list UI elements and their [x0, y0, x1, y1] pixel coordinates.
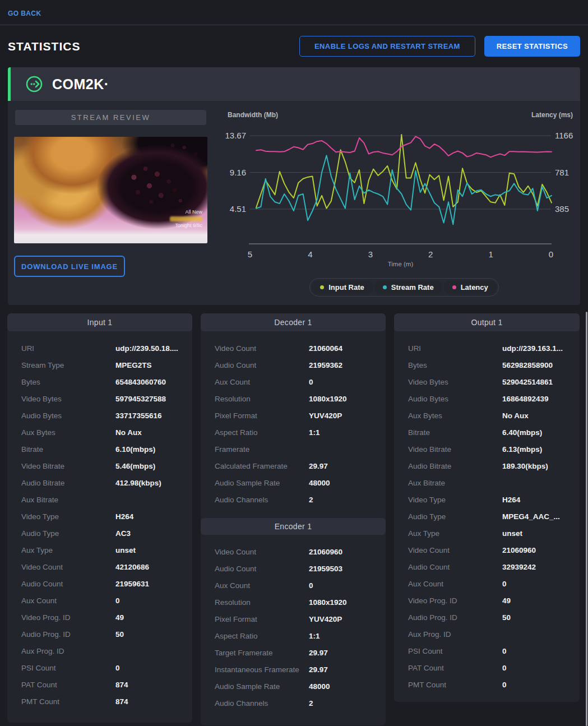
stream-review-section: STREAM REVIEW All New Tonight 9/8c DOWNL…: [14, 110, 207, 297]
stat-value: 654843060760: [115, 378, 166, 386]
stat-row: Audio TypeAC3: [21, 525, 182, 542]
stat-value: 529042514861: [502, 378, 553, 386]
stat-row: Aux Bitrate: [21, 491, 182, 508]
stat-value: No Aux: [502, 411, 529, 420]
stat-label: Aux Bitrate: [408, 479, 502, 487]
stat-row: Audio Count21959503: [215, 560, 376, 577]
stat-row: Aux Typeunset: [408, 525, 570, 542]
stat-label: Aux Count: [408, 580, 502, 588]
stat-row: Audio Count32939242: [408, 558, 570, 575]
overlay-line-1: All New: [170, 209, 202, 215]
stat-label: URl: [408, 344, 502, 353]
svg-text:13.67: 13.67: [225, 131, 246, 140]
stat-value: 0: [309, 581, 313, 590]
stat-label: Pixel Format: [215, 615, 309, 623]
stat-value: H264: [115, 512, 133, 521]
chart-legend: Input RateStream RateLatency: [222, 278, 586, 297]
stat-row: Aux Count0: [408, 575, 570, 592]
stat-value: 21060960: [502, 546, 536, 554]
stat-row: Audio Prog. ID50: [408, 609, 570, 626]
card-title: Output 1: [394, 313, 580, 331]
channel-panel: COM2K· STREAM REVIEW All New Tonight 9/8…: [8, 67, 580, 305]
image-overlay-text: All New Tonight 9/8c: [170, 209, 202, 229]
download-live-image-button[interactable]: DOWNLOAD LIVE IMAGE: [14, 256, 125, 277]
svg-text:0: 0: [549, 249, 553, 259]
stat-label: Video Prog. ID: [21, 613, 115, 622]
svg-text:9.16: 9.16: [230, 168, 246, 177]
stat-value: 0: [115, 664, 120, 672]
stat-row: PAT Count0: [408, 659, 570, 676]
stat-value: 5.46(mbps): [115, 462, 155, 470]
svg-text:5: 5: [248, 249, 252, 259]
stats-cards: Input 1URludp://239.50.18....Stream Type…: [7, 313, 581, 725]
stat-label: Video Count: [408, 546, 502, 554]
scrollbar-thumb[interactable]: [586, 312, 587, 726]
stat-row: Aux BytesNo Aux: [21, 424, 182, 441]
stat-label: Audio Type: [21, 529, 115, 538]
stat-label: Aux Prog. ID: [408, 630, 502, 639]
stat-label: Audio Count: [215, 361, 309, 369]
stat-label: Audio Bitrate: [21, 479, 115, 487]
top-bar: GO BACK: [0, 0, 588, 25]
svg-text:4.51: 4.51: [230, 204, 246, 214]
overlay-line-2: Tonight 9/8c: [170, 223, 202, 229]
stat-value: 21060064: [309, 344, 342, 353]
stat-value: 32939242: [502, 563, 536, 571]
card-title: Encoder 1: [201, 518, 386, 535]
stat-row: Aux Count0: [215, 373, 376, 390]
stat-row: Audio TypeMPEG4_AAC_...: [408, 508, 570, 525]
stat-row: Video Count21060960: [408, 542, 570, 558]
card-body: URludp://239.163.1...Bytes562982858900Vi…: [394, 331, 580, 693]
stat-row: Audio Bitrate189.30(kbps): [408, 457, 570, 474]
stat-label: Resolution: [215, 395, 309, 403]
card-title: Input 1: [7, 313, 192, 331]
stat-label: Aux Bytes: [408, 411, 502, 420]
stat-value: 16864892439: [502, 395, 549, 403]
stat-row: URludp://239.50.18....: [21, 340, 182, 357]
stat-row: Video Count21060064: [215, 340, 376, 357]
stat-label: Target Framerate: [215, 649, 309, 657]
stat-row: Audio Channels2: [215, 491, 376, 508]
svg-text:Time (m): Time (m): [388, 261, 414, 267]
stat-value: 21959631: [115, 580, 149, 588]
legend-item-stream-rate[interactable]: Stream Rate: [374, 280, 442, 294]
page-title: STATISTICS: [8, 40, 80, 53]
latency-axis-label: Latency (ms): [531, 111, 573, 119]
stat-row: Aux Typeunset: [21, 542, 182, 558]
svg-text:2: 2: [428, 249, 433, 259]
stat-label: Audio Sample Rate: [215, 682, 309, 691]
stat-value: No Aux: [115, 428, 142, 437]
stat-label: Aux Type: [21, 546, 115, 554]
legend-item-input-rate[interactable]: Input Rate: [312, 280, 373, 294]
stat-value: 33717355616: [115, 411, 162, 420]
stat-row: URludp://239.163.1...: [408, 340, 570, 357]
stat-value: 6.40(mbps): [502, 428, 542, 437]
stat-row: PAT Count874: [21, 676, 182, 693]
stat-value: 21959503: [309, 565, 342, 573]
stats-card: Output 1URludp://239.163.1...Bytes562982…: [394, 313, 580, 702]
stat-label: PSI Count: [21, 664, 115, 672]
stream-signal-icon: [25, 75, 43, 93]
stat-row: Aux Prog. ID: [21, 642, 182, 659]
stat-value: 0: [502, 664, 507, 672]
stat-row: Video Count21060960: [215, 543, 376, 560]
stat-row: PMT Count0: [408, 676, 570, 693]
reset-statistics-button[interactable]: RESET STATISTICS: [484, 36, 580, 57]
title-row: STATISTICS ENABLE LOGS AND RESTART STREA…: [8, 36, 580, 57]
stat-label: Video Type: [408, 496, 502, 504]
stat-label: Audio Prog. ID: [408, 613, 502, 622]
stat-label: Bitrate: [21, 445, 115, 454]
stat-row: Aux Count0: [21, 592, 182, 609]
card-body: Video Count21060960Audio Count21959503Au…: [201, 535, 386, 711]
stat-value: 562982858900: [502, 361, 553, 369]
legend-item-latency[interactable]: Latency: [444, 280, 497, 294]
stat-label: PSI Count: [408, 647, 502, 655]
stat-value: 0: [502, 647, 507, 655]
card-title: Decoder 1: [201, 313, 386, 331]
axis-titles: Bandwidth (Mb) Latency (ms): [222, 111, 586, 119]
card-body: URludp://239.50.18....Stream TypeMPEG2TS…: [7, 331, 192, 710]
go-back-link[interactable]: GO BACK: [8, 10, 41, 17]
enable-logs-restart-button[interactable]: ENABLE LOGS AND RESTART STREAM: [299, 36, 475, 57]
stat-row: Video Bitrate5.46(mbps): [21, 457, 182, 474]
stat-row: Aux Bitrate: [408, 474, 570, 491]
